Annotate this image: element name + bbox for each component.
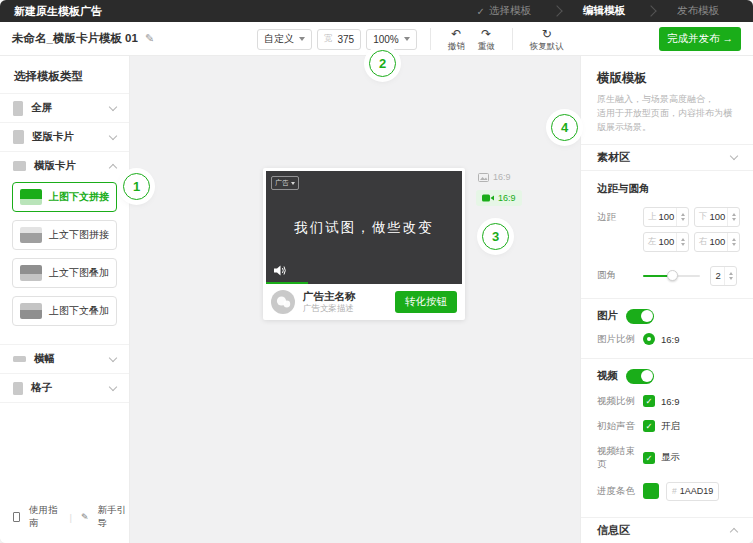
undo-icon: ↶ [451,28,461,40]
template-type-sidebar: 选择模板类型 全屏 竖版卡片 横版卡片 上图下文拼接 上文下图拼接 [0,56,130,543]
reset-default-button[interactable]: ↻ 恢复默认 [530,28,564,51]
divider-row [0,402,129,403]
section-info[interactable]: 信息区 [581,518,753,543]
fullscreen-icon [13,101,23,116]
video-ratio-value: 16:9 [661,396,680,407]
toolbar-center: 自定义 宽 375 100% ↶ 撤销 ↷ 重做 ↻ [257,22,568,56]
group-label: 竖版卡片 [32,130,74,144]
top-header: 新建原生模板广告 ✓ 选择模板 编辑模板 发布模板 [0,0,753,22]
undo-button[interactable]: ↶ 撤销 [448,28,465,51]
chevron-right-icon [645,5,656,16]
stepper[interactable] [727,233,739,251]
margin-value: 100 [710,211,728,222]
sidebar-item-grid[interactable]: 格子 [0,373,129,402]
beginner-tutorial-link[interactable]: 新手引导 [97,504,129,530]
template-option-text-top-image-bottom[interactable]: 上文下图拼接 [12,220,117,250]
video-ratio-label: 视频比例 [597,395,643,408]
end-page-label: 视频结束页 [597,445,643,471]
margin-inputs: 上 100 下 100 左 100 右 100 [643,207,740,252]
edit-title-icon[interactable]: ✎ [145,32,154,45]
initial-sound-value: 开启 [661,420,680,433]
template-option-image-top-text-overlay[interactable]: 上图下文叠加 [12,296,117,326]
aspect-video-button[interactable]: 16:9 [476,190,522,206]
sidebar-item-fullscreen[interactable]: 全屏 [0,93,129,122]
publish-button[interactable]: 完成并发布 → [659,27,741,51]
initial-sound-field: 初始声音 ✓ 开启 [581,414,753,439]
stepper[interactable] [727,208,739,226]
aspect-video-label: 16:9 [498,193,516,203]
chevron-down-icon [404,37,410,41]
section-label: 素材区 [597,150,630,165]
stepper[interactable] [724,267,736,285]
margin-prefix: 上 [648,211,657,223]
aspect-image-label: 16:9 [493,172,511,182]
radius-slider[interactable] [643,271,700,281]
video-toggle-row: 视频 [581,359,753,389]
stepper[interactable] [676,233,688,251]
width-prefix-label: 宽 [324,33,333,45]
image-ratio-radio[interactable] [643,333,655,345]
margin-right-input[interactable]: 右 100 [694,232,740,252]
end-page-checkbox[interactable]: ✓ [643,452,655,464]
divider [512,28,513,50]
step-publish-template[interactable]: 发布模板 [657,4,739,18]
group-label: 横版卡片 [34,159,76,173]
margin-top-input[interactable]: 上 100 [643,207,689,227]
advertiser-avatar [271,290,295,314]
template-option-image-top-text-bottom[interactable]: 上图下文拼接 [12,182,117,212]
redo-label: 重做 [478,42,495,51]
end-page-field: 视频结束页 ✓ 显示 [581,439,753,477]
image-toggle[interactable] [626,309,654,324]
group-label: 格子 [31,381,52,395]
margin-value: 100 [659,236,677,247]
sidebar-item-banner[interactable]: 横幅 [0,344,129,373]
preset-select[interactable]: 自定义 [257,29,312,50]
ad-badge-label: 广告 [275,178,289,188]
progress-color-input[interactable]: # 1AAD19 [666,482,719,501]
grid-icon [13,382,23,395]
redo-button[interactable]: ↷ 重做 [478,28,495,51]
chevron-down-icon [299,37,305,41]
pen-icon: ✎ [81,512,89,522]
margin-bottom-input[interactable]: 下 100 [694,207,740,227]
image-toggle-row: 图片 [581,299,753,329]
annotation-badge-1: 1 [123,173,150,200]
width-value: 375 [338,34,355,45]
video-ratio-checkbox[interactable]: ✓ [643,395,655,407]
radius-input[interactable]: 2 [710,266,737,286]
initial-sound-checkbox[interactable]: ✓ [643,420,655,432]
aspect-image-button[interactable]: 16:9 [478,172,511,182]
video-toggle[interactable] [626,369,654,384]
wechat-logo-icon [276,296,291,309]
sidebar-item-vertical-card[interactable]: 竖版卡片 [0,122,129,151]
step-edit-template[interactable]: 编辑模板 [563,4,645,18]
zoom-select[interactable]: 100% [366,29,417,50]
stepper[interactable] [676,208,688,226]
ad-card-preview[interactable]: 广告 我们试图，做些改变 [263,168,465,320]
panel-title: 横版模板 [597,70,737,87]
sidebar-item-horizontal-card[interactable]: 横版卡片 [0,151,129,180]
preset-value: 自定义 [264,32,294,46]
chevron-down-icon [291,182,295,185]
usage-guide-link[interactable]: 使用指南 [29,504,61,530]
image-ratio-field: 图片比例 16:9 [581,329,753,350]
template-label: 上图下文叠加 [49,304,109,318]
progress-color-swatch[interactable] [643,483,659,499]
template-option-text-top-image-overlay[interactable]: 上文下图叠加 [12,258,117,288]
template-label: 上图下文拼接 [49,190,109,204]
step-select-template[interactable]: ✓ 选择模板 [457,4,551,18]
slider-knob[interactable] [667,270,678,281]
canvas-width-input[interactable]: 宽 375 [317,29,361,50]
desc-line-1: 原生融入，与场景高度融合， [597,94,714,104]
divider [430,28,431,50]
reset-icon: ↻ [542,28,552,40]
cta-button[interactable]: 转化按钮 [395,291,457,313]
margin-field: 边距 上 100 下 100 左 100 右 [581,203,753,256]
section-material[interactable]: 素材区 [581,144,753,171]
properties-panel: 横版模板 原生融入，与场景高度融合， 适用于开放型页面，内容排布为横版展示场景。… [580,56,753,543]
margin-left-input[interactable]: 左 100 [643,232,689,252]
annotation-badge-3: 3 [482,223,509,250]
template-list: 上图下文拼接 上文下图拼接 上文下图叠加 上图下文叠加 [0,180,129,344]
chevron-down-icon [109,353,117,361]
chevron-down-icon [730,152,738,160]
